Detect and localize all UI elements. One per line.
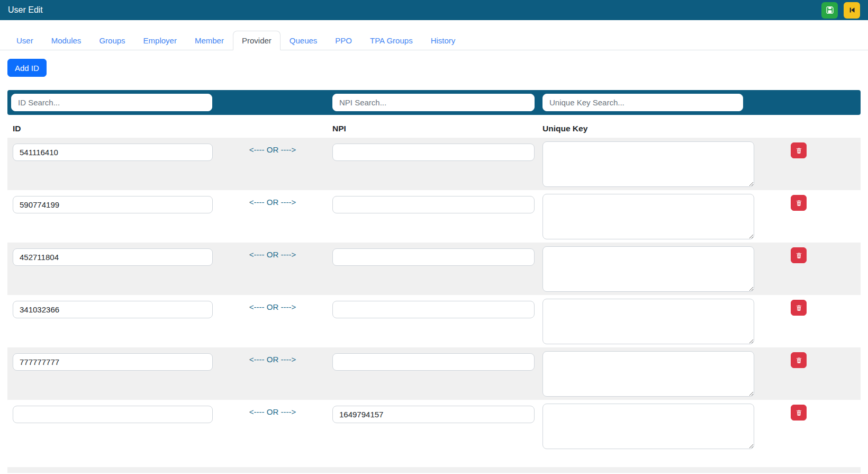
or-separator: <---- OR ----> [213, 198, 332, 207]
delete-row-button[interactable] [791, 405, 807, 421]
add-id-button[interactable]: Add ID [7, 59, 47, 77]
npi-input[interactable] [332, 353, 535, 371]
id-input[interactable] [13, 353, 213, 371]
delete-row-button[interactable] [791, 247, 807, 263]
unique-key-search-input[interactable] [542, 94, 743, 111]
table-row: <---- OR ----> [7, 190, 861, 243]
or-separator: <---- OR ----> [213, 302, 332, 311]
tab-queues[interactable]: Queues [281, 31, 327, 50]
npi-input[interactable] [332, 406, 535, 423]
column-header-id: ID [13, 124, 213, 133]
trash-icon [795, 409, 802, 416]
floppy-disk-icon [826, 6, 834, 14]
page-title: User Edit [8, 5, 43, 15]
npi-input[interactable] [332, 144, 535, 161]
tab-ppo[interactable]: PPO [326, 31, 361, 50]
or-separator: <---- OR ----> [213, 250, 332, 259]
or-separator: <---- OR ----> [213, 355, 332, 364]
tab-provider[interactable]: Provider [233, 31, 281, 50]
or-separator: <---- OR ----> [213, 145, 332, 154]
id-search-input[interactable] [11, 94, 212, 111]
npi-input[interactable] [332, 196, 535, 213]
trash-icon [795, 252, 802, 259]
topbar-actions [821, 2, 860, 19]
save-button[interactable] [821, 2, 838, 19]
npi-input[interactable] [332, 248, 535, 266]
column-headers: ID NPI Unique Key [7, 120, 861, 138]
tab-history[interactable]: History [422, 31, 465, 50]
or-separator: <---- OR ----> [213, 407, 332, 416]
table-row: <---- OR ----> [7, 295, 861, 347]
column-header-npi: NPI [332, 124, 535, 133]
id-table-body: <---- OR ----> <---- OR ----> <---- OR -… [0, 138, 868, 452]
id-input[interactable] [13, 248, 213, 266]
delete-row-button[interactable] [791, 142, 807, 158]
next-row-peek [7, 467, 861, 473]
trash-icon [795, 357, 802, 364]
tab-bar: UserModulesGroupsEmployerMemberProviderQ… [0, 31, 868, 50]
delete-row-button[interactable] [791, 352, 807, 368]
tab-tpa-groups[interactable]: TPA Groups [361, 31, 422, 50]
tab-member[interactable]: Member [186, 31, 233, 50]
id-input[interactable] [13, 406, 213, 423]
unique-key-textarea[interactable] [542, 351, 754, 397]
unique-key-textarea[interactable] [542, 246, 754, 292]
id-input[interactable] [13, 301, 213, 318]
table-row: <---- OR ----> [7, 400, 861, 452]
npi-search-input[interactable] [332, 94, 535, 111]
back-button[interactable] [844, 2, 860, 19]
tab-employer[interactable]: Employer [134, 31, 186, 50]
table-row: <---- OR ----> [7, 347, 861, 400]
table-row: <---- OR ----> [7, 243, 861, 295]
tab-modules[interactable]: Modules [42, 31, 91, 50]
table-row: <---- OR ----> [7, 138, 861, 190]
trash-icon [795, 200, 802, 207]
delete-row-button[interactable] [791, 300, 807, 316]
trash-icon [795, 305, 802, 311]
tab-groups[interactable]: Groups [90, 31, 134, 50]
npi-input[interactable] [332, 301, 535, 318]
trash-icon [795, 147, 802, 154]
search-bar [7, 90, 861, 115]
unique-key-textarea[interactable] [542, 141, 754, 187]
delete-row-button[interactable] [791, 195, 807, 211]
id-input[interactable] [13, 196, 213, 213]
unique-key-textarea[interactable] [542, 404, 754, 449]
tab-user[interactable]: User [7, 31, 42, 50]
id-input[interactable] [13, 144, 213, 161]
step-backward-icon [848, 6, 856, 14]
user-edit-page: User Edit UserModulesGroupsEmployerMembe… [0, 0, 868, 473]
topbar: User Edit [0, 0, 868, 20]
unique-key-textarea[interactable] [542, 194, 754, 239]
unique-key-textarea[interactable] [542, 299, 754, 344]
column-header-unique-key: Unique Key [542, 124, 587, 133]
